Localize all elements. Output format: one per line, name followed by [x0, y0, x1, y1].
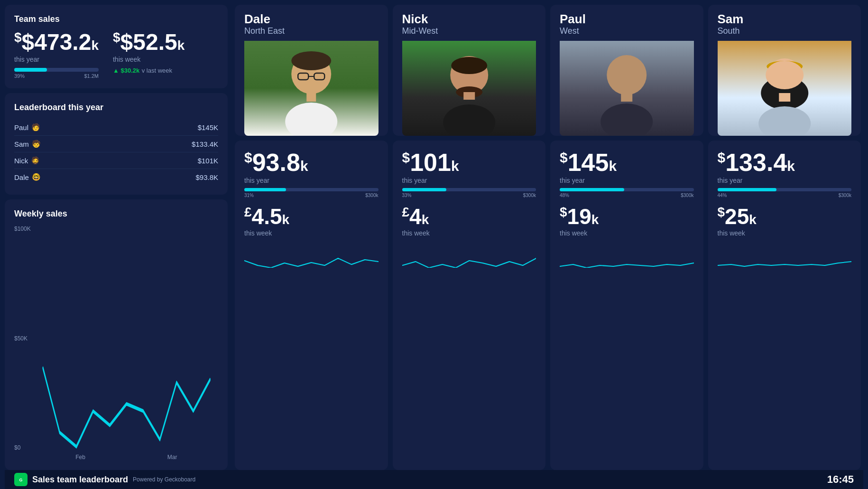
svg-point-5	[285, 103, 337, 136]
footer-left: G Sales team leaderboard Powered by Geck…	[14, 473, 195, 486]
person-header-nick: Nick Mid-West	[393, 5, 546, 136]
chart-svg-area: Feb Mar	[35, 226, 218, 461]
team-sales-card: Team sales $$473.2k this year 39% $1.2M	[5, 5, 228, 88]
person-stats-paul: $145k this year 48% $300k $19k this week	[550, 141, 703, 470]
footer-title: Sales team leaderboard	[32, 475, 128, 485]
paul-progress-bar	[560, 188, 694, 191]
sam-week-amount: $25k	[718, 206, 852, 227]
nick-week-label: this week	[402, 229, 536, 237]
paul-yearly-amount: $145k	[560, 150, 694, 175]
paul-week-section: $19k this week	[560, 206, 694, 268]
sam-progress-bar	[718, 188, 852, 191]
dale-prog-labels: 31% $300k	[244, 193, 379, 198]
sam-yearly-amount: $133.4k	[718, 150, 852, 175]
dale-region: North East	[244, 26, 379, 36]
dale-yearly-label: this year	[244, 177, 379, 184]
weekly-change: ▲ $30.2k v last week	[113, 66, 218, 75]
paul-name: Paul	[560, 12, 694, 26]
paul-mini-chart	[560, 242, 694, 268]
change-label: v last week	[142, 67, 172, 74]
nick-region: Mid-West	[402, 26, 536, 36]
leaderboard-title: Leaderboard this year	[14, 103, 218, 113]
paul-photo	[560, 41, 694, 136]
dale-week-label: this week	[244, 229, 379, 237]
sam-mini-chart	[718, 242, 852, 268]
weekly-chart-container: $100K $50K $0 Feb Mar	[14, 226, 218, 461]
svg-point-8	[451, 57, 487, 74]
dale-mini-chart	[244, 242, 379, 268]
paul-progress-fill	[560, 188, 624, 191]
up-arrow-icon: ▲	[113, 67, 120, 74]
chart-y-axis: $100K $50K $0	[14, 226, 31, 461]
dale-week-section: £4.5k this week	[244, 206, 379, 268]
person-stats-nick: $101k this year 33% $300k £4k this week	[393, 141, 546, 470]
svg-point-19	[758, 106, 811, 136]
svg-point-18	[766, 61, 803, 89]
change-amount: $30.2k	[120, 67, 139, 74]
person-stats-dale: $93.8k this year 31% $300k £4.5k this we…	[235, 141, 388, 470]
dale-progress-bar	[244, 188, 379, 191]
yearly-progress-bar	[14, 68, 99, 72]
nick-photo	[402, 41, 536, 136]
sam-yearly-label: this year	[718, 177, 852, 184]
sam-week-label: this week	[718, 229, 852, 237]
paul-week-label: this week	[560, 229, 694, 237]
weekly-amount: $$52.5k	[113, 31, 218, 54]
person-stats-sam: $133.4k this year 44% $300k $25k this we…	[708, 141, 861, 470]
svg-rect-6	[306, 92, 316, 102]
dale-photo	[244, 41, 379, 136]
sam-name: Sam	[718, 12, 852, 26]
list-item: Paul 🧑 $145K	[14, 119, 218, 136]
svg-rect-11	[463, 92, 475, 100]
paul-yearly-label: this year	[560, 177, 694, 184]
nick-name: Nick	[402, 12, 536, 26]
footer-powered: Powered by Geckoboard	[133, 476, 195, 483]
paul-prog-labels: 48% $300k	[560, 193, 694, 198]
person-header-paul: Paul West	[550, 5, 703, 136]
dale-week-amount: £4.5k	[244, 206, 379, 227]
svg-point-12	[607, 55, 646, 95]
nick-week-section: £4k this week	[402, 206, 536, 268]
weekly-chart-svg	[35, 226, 218, 454]
yearly-progress-fill	[14, 68, 47, 72]
main-grid: Team sales $$473.2k this year 39% $1.2M	[0, 0, 868, 489]
yearly-amount: $$473.2k	[14, 31, 99, 54]
svg-point-1	[291, 51, 331, 70]
nick-yearly-label: this year	[402, 177, 536, 184]
person-col-paul: Paul West $145k this yea	[548, 5, 706, 470]
yearly-label: this year	[14, 56, 99, 63]
nick-week-amount: £4k	[402, 206, 536, 227]
svg-text:G: G	[19, 478, 22, 482]
sam-progress-fill	[718, 188, 776, 191]
sam-region: South	[718, 26, 852, 36]
leaderboard-rows: Paul 🧑 $145K Sam 🧒 $133.4K Nick 🧔 $101K …	[14, 119, 218, 185]
list-item: Sam 🧒 $133.4K	[14, 136, 218, 152]
left-panel: Team sales $$473.2k this year 39% $1.2M	[5, 5, 232, 470]
nick-progress-fill	[402, 188, 446, 191]
sam-photo	[718, 41, 852, 136]
weekly-sales-title: Weekly sales	[14, 209, 218, 219]
yearly-block: $$473.2k this year 39% $1.2M	[14, 31, 99, 79]
nick-mini-chart	[402, 242, 536, 268]
person-col-sam: Sam South	[706, 5, 864, 470]
weekly-label: this week	[113, 56, 218, 63]
paul-week-amount: $19k	[560, 206, 694, 227]
footer-time: 16:45	[827, 473, 854, 486]
svg-point-13	[600, 103, 653, 136]
svg-rect-14	[621, 93, 632, 102]
dale-name: Dale	[244, 12, 379, 26]
weekly-block: $$52.5k this week ▲ $30.2k v last week	[113, 31, 218, 75]
svg-rect-20	[779, 93, 790, 102]
list-item: Nick 🧔 $101K	[14, 152, 218, 169]
geckoboard-logo: G	[14, 473, 28, 486]
sam-week-section: $25k this week	[718, 206, 852, 268]
person-col-nick: Nick Mid-West	[390, 5, 548, 470]
weekly-sales-card: Weekly sales $100K $50K $0 Feb Mar	[5, 199, 228, 470]
dale-progress-fill	[244, 188, 286, 191]
team-sales-title: Team sales	[14, 14, 218, 24]
nick-progress-bar	[402, 188, 536, 191]
person-header-sam: Sam South	[708, 5, 861, 136]
footer: G Sales team leaderboard Powered by Geck…	[5, 470, 863, 489]
dale-yearly-amount: $93.8k	[244, 150, 379, 175]
person-header-dale: Dale North East	[235, 5, 388, 136]
